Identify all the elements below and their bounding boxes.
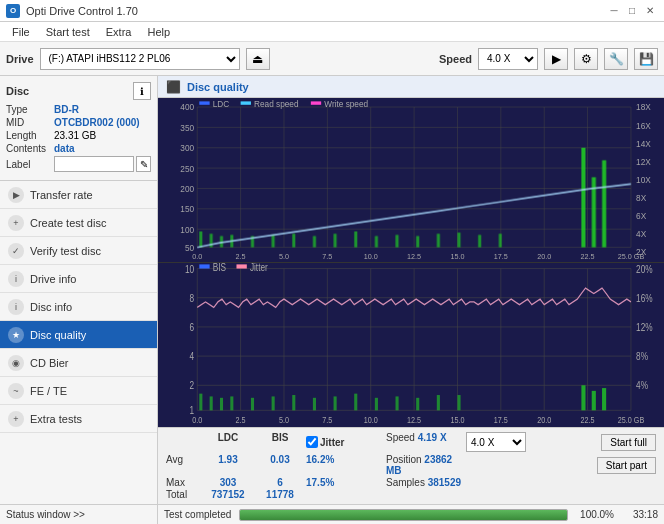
create-test-disc-icon: +	[8, 215, 24, 231]
nav-extra-tests[interactable]: + Extra tests	[0, 405, 157, 433]
config-btn2[interactable]: 🔧	[604, 48, 628, 70]
svg-text:2.5: 2.5	[236, 414, 246, 425]
maximize-button[interactable]: □	[624, 3, 640, 19]
speed-select[interactable]: 4.0 X 1.0 X 2.0 X 8.0 X	[478, 48, 538, 70]
nav-transfer-rate[interactable]: ▶ Transfer rate	[0, 181, 157, 209]
verify-test-disc-icon: ✓	[8, 243, 24, 259]
content-area: ⬛ Disc quality	[158, 76, 664, 504]
nav-drive-info[interactable]: i Drive info	[0, 265, 157, 293]
contents-label: Contents	[6, 143, 54, 154]
svg-text:5.0: 5.0	[279, 414, 289, 425]
max-ldc: 303	[202, 477, 254, 488]
status-main: Test completed 100.0% 33:18	[158, 509, 664, 521]
disc-panel: Disc ℹ Type BD-R MID OTCBDR002 (000) Len…	[0, 76, 157, 181]
nav-verify-test-disc[interactable]: ✓ Verify test disc	[0, 237, 157, 265]
content-header: ⬛ Disc quality	[158, 76, 664, 98]
svg-text:4%: 4%	[636, 379, 648, 391]
minimize-button[interactable]: ─	[606, 3, 622, 19]
avg-ldc: 1.93	[202, 454, 254, 476]
nav-create-test-disc[interactable]: + Create test disc	[0, 209, 157, 237]
save-btn[interactable]: 💾	[634, 48, 658, 70]
svg-rect-121	[230, 396, 233, 410]
svg-rect-134	[592, 391, 596, 410]
label-input[interactable]	[54, 156, 134, 172]
svg-text:350: 350	[180, 122, 194, 132]
svg-rect-133	[581, 385, 585, 410]
disc-info-icon: i	[8, 299, 24, 315]
svg-text:12.5: 12.5	[407, 414, 421, 425]
svg-rect-129	[396, 396, 399, 410]
speed-current-val: 4.19 X	[418, 432, 447, 443]
app-title: Opti Drive Control 1.70	[26, 5, 138, 17]
content-title: Disc quality	[187, 81, 249, 93]
svg-rect-68	[457, 233, 460, 248]
svg-text:4: 4	[190, 350, 195, 362]
svg-text:8: 8	[190, 292, 195, 304]
svg-rect-64	[375, 236, 378, 247]
main-area: Disc ℹ Type BD-R MID OTCBDR002 (000) Len…	[0, 76, 664, 504]
eject-button[interactable]: ⏏	[246, 48, 270, 70]
svg-text:22.5: 22.5	[581, 414, 595, 425]
nav-fe-te[interactable]: ~ FE / TE	[0, 377, 157, 405]
extra-tests-icon: +	[8, 411, 24, 427]
status-window-label: Status window >>	[6, 509, 85, 520]
disc-info-btn[interactable]: ℹ	[133, 82, 151, 100]
svg-rect-71	[581, 148, 585, 248]
menu-file[interactable]: File	[4, 24, 38, 40]
menu-help[interactable]: Help	[139, 24, 178, 40]
svg-text:6X: 6X	[636, 211, 646, 221]
svg-rect-118	[199, 394, 202, 411]
svg-rect-122	[251, 398, 254, 411]
jitter-checkbox[interactable]	[306, 436, 318, 448]
svg-text:10X: 10X	[636, 174, 651, 184]
label-set-btn[interactable]: ✎	[136, 156, 151, 172]
total-ldc: 737152	[202, 489, 254, 500]
svg-rect-132	[457, 395, 460, 410]
disc-quality-icon: ★	[8, 327, 24, 343]
nav-disc-info[interactable]: i Disc info	[0, 293, 157, 321]
status-window-btn[interactable]: Status window >>	[0, 505, 158, 524]
progress-percent: 100.0%	[576, 509, 614, 520]
bottom-chart: 10 8 6 4 2 1 20% 16% 12% 8% 4% 0.0 2.5 5…	[158, 263, 664, 427]
speed-btn[interactable]: ▶	[544, 48, 568, 70]
svg-rect-69	[478, 235, 481, 247]
svg-text:2: 2	[190, 379, 195, 391]
svg-text:10: 10	[185, 263, 195, 275]
start-full-button[interactable]: Start full	[601, 434, 656, 451]
total-bis: 11778	[254, 489, 306, 500]
avg-bis: 0.03	[254, 454, 306, 476]
config-btn1[interactable]: ⚙	[574, 48, 598, 70]
nav-disc-quality[interactable]: ★ Disc quality	[0, 321, 157, 349]
svg-text:22.5: 22.5	[581, 251, 595, 260]
col-bis: BIS	[254, 432, 306, 452]
svg-text:4X: 4X	[636, 229, 646, 239]
label-label: Label	[6, 159, 54, 170]
close-button[interactable]: ✕	[642, 3, 658, 19]
svg-rect-126	[334, 396, 337, 410]
menu-start-test[interactable]: Start test	[38, 24, 98, 40]
svg-text:14X: 14X	[636, 138, 651, 148]
stats-empty	[166, 432, 202, 452]
nav-items: ▶ Transfer rate + Create test disc ✓ Ver…	[0, 181, 157, 504]
drive-select[interactable]: (F:) ATAPI iHBS112 2 PL06	[40, 48, 240, 70]
svg-rect-52	[311, 101, 321, 104]
svg-text:BIS: BIS	[213, 263, 227, 274]
svg-text:20.0: 20.0	[537, 251, 551, 260]
svg-text:Read speed: Read speed	[254, 99, 299, 109]
nav-cd-bier[interactable]: ◉ CD Bier	[0, 349, 157, 377]
svg-text:17.5: 17.5	[494, 251, 508, 260]
drive-info-icon: i	[8, 271, 24, 287]
start-part-button[interactable]: Start part	[597, 457, 656, 474]
svg-text:8%: 8%	[636, 350, 648, 362]
menu-extra[interactable]: Extra	[98, 24, 140, 40]
stats-speed-dropdown[interactable]: 4.0 X	[466, 432, 526, 452]
samples-val: 381529	[428, 477, 461, 488]
top-chart-svg: 400 350 300 250 200 150 100 50 18X 16X 1…	[158, 98, 664, 262]
svg-rect-119	[210, 396, 213, 410]
jitter-header: Jitter	[306, 432, 386, 452]
stats-area: LDC BIS Jitter Speed 4.19 X 4.0 X Start …	[158, 427, 664, 504]
svg-rect-66	[416, 236, 419, 247]
svg-rect-124	[292, 395, 295, 410]
svg-text:LDC: LDC	[213, 99, 230, 109]
col-ldc: LDC	[202, 432, 254, 452]
